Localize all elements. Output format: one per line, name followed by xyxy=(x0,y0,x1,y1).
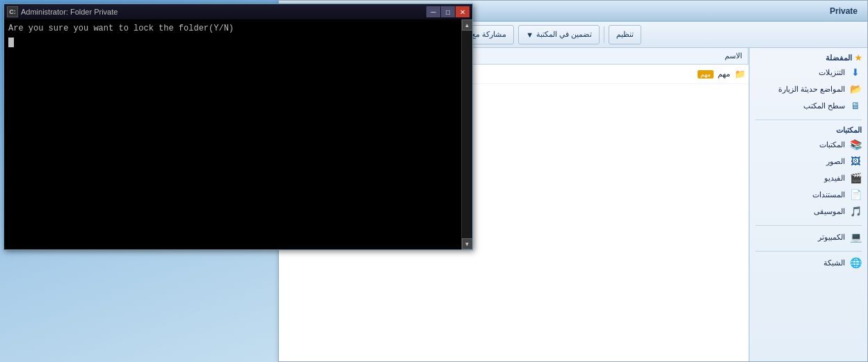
sidebar-item-recent[interactable]: 📂 المواضع حديثة الزيارة xyxy=(750,81,867,97)
cmd-window-controls: ─ □ ✕ xyxy=(426,6,469,17)
cmd-close-button[interactable]: ✕ xyxy=(456,6,469,17)
sidebar-libraries-sub-label: المكتبات xyxy=(819,140,845,149)
sidebar-divider-1 xyxy=(755,120,862,120)
sidebar-divider-3 xyxy=(755,251,862,252)
sidebar-downloads-label: التنزيلات xyxy=(819,68,845,77)
sidebar-divider-2 xyxy=(755,225,862,226)
sidebar-desktop-label: سطح المكتب xyxy=(803,101,845,110)
toolbar-include-library-button[interactable]: تضمين في المكتبة ▼ xyxy=(518,25,600,44)
documents-icon: 📄 xyxy=(849,188,862,201)
downloads-icon: ⬇ xyxy=(849,66,862,79)
sidebar-libraries-title: المكتبات xyxy=(750,123,867,136)
sidebar-video-label: الفيديو xyxy=(824,174,845,183)
toolbar-include-library-arrow: ▼ xyxy=(526,31,533,39)
sidebar-computer-label: الكمبيوتر xyxy=(818,233,845,242)
cmd-maximize-button[interactable]: □ xyxy=(441,6,455,17)
cmd-app-icon: C: xyxy=(7,6,18,17)
cmd-body: Are you sure you want to lock the folder… xyxy=(4,19,472,249)
cmd-prompt-text: Are you sure you want to lock the folder… xyxy=(8,24,234,33)
sidebar-item-downloads[interactable]: ⬇ التنزيلات xyxy=(750,64,867,81)
sidebar-section-libraries: المكتبات 📚 المكتبات 🖼 الصور 🎬 الفيديو 📄 … xyxy=(750,123,867,220)
sidebar-item-computer[interactable]: 💻 الكمبيوتر xyxy=(750,229,867,245)
music-icon: 🎵 xyxy=(849,205,862,217)
toolbar-share-label: مشاركة مع xyxy=(472,30,506,39)
sidebar-item-libraries[interactable]: 📚 المكتبات xyxy=(750,136,867,153)
cmd-window: C: Administrator: Folder Private ─ □ ✕ A… xyxy=(3,3,473,250)
recent-icon: 📂 xyxy=(849,83,862,95)
libraries-icon: 📚 xyxy=(849,138,862,151)
sidebar-section-favorites: ★ المفضلة ⬇ التنزيلات 📂 المواضع حديثة ال… xyxy=(750,51,867,114)
toolbar-organize-button[interactable]: تنظيم xyxy=(609,25,641,44)
sidebar-music-label: الموسيقى xyxy=(814,207,845,216)
cmd-scroll-up[interactable]: ▲ xyxy=(462,19,473,31)
cmd-scroll-track xyxy=(462,31,472,238)
file-badge: مهم xyxy=(698,70,714,79)
sidebar-section-computer: 💻 الكمبيوتر xyxy=(750,229,867,245)
cmd-minimize-button[interactable]: ─ xyxy=(426,6,440,17)
sidebar-favorites-title: ★ المفضلة xyxy=(750,51,867,64)
sidebar-libraries-label: المكتبات xyxy=(836,126,862,135)
sidebar-item-documents[interactable]: 📄 المستندات xyxy=(750,186,867,203)
sidebar-section-network: 🌐 الشبكة xyxy=(750,254,867,271)
cmd-output: Are you sure you want to lock the folder… xyxy=(8,22,468,47)
sidebar-item-pictures[interactable]: 🖼 الصور xyxy=(750,153,867,170)
sidebar: ★ المفضلة ⬇ التنزيلات 📂 المواضع حديثة ال… xyxy=(749,48,867,361)
cmd-scroll-down[interactable]: ▼ xyxy=(462,238,473,249)
folder-icon: 📁 xyxy=(734,69,746,80)
sidebar-recent-label: المواضع حديثة الزيارة xyxy=(778,85,845,94)
cmd-titlebar: C: Administrator: Folder Private ─ □ ✕ xyxy=(4,4,472,19)
pictures-icon: 🖼 xyxy=(849,155,862,167)
sidebar-favorites-label: المفضلة xyxy=(826,54,852,63)
toolbar-divider-1 xyxy=(604,26,604,43)
sidebar-item-video[interactable]: 🎬 الفيديو xyxy=(750,170,867,186)
sidebar-item-desktop[interactable]: 🖥 سطح المكتب xyxy=(750,97,867,114)
desktop-icon: 🖥 xyxy=(849,99,862,112)
sidebar-item-music[interactable]: 🎵 الموسيقى xyxy=(750,203,867,220)
cmd-titlebar-left: C: Administrator: Folder Private xyxy=(7,6,118,17)
sidebar-documents-label: المستندات xyxy=(812,190,845,199)
sidebar-network-label: الشبكة xyxy=(823,258,845,268)
cmd-cursor xyxy=(8,38,14,47)
network-icon: 🌐 xyxy=(849,256,862,269)
computer-icon: 💻 xyxy=(849,231,862,243)
star-icon: ★ xyxy=(855,54,862,63)
explorer-title: Private xyxy=(830,6,858,16)
cmd-title: Administrator: Folder Private xyxy=(21,8,118,16)
sidebar-item-network[interactable]: 🌐 الشبكة xyxy=(750,254,867,271)
video-icon: 🎬 xyxy=(849,172,862,184)
toolbar-include-library-label: تضمين في المكتبة xyxy=(536,30,592,39)
cmd-scrollbar[interactable]: ▲ ▼ xyxy=(461,19,472,249)
file-name-text: مهم xyxy=(718,69,730,79)
sidebar-pictures-label: الصور xyxy=(826,157,845,166)
